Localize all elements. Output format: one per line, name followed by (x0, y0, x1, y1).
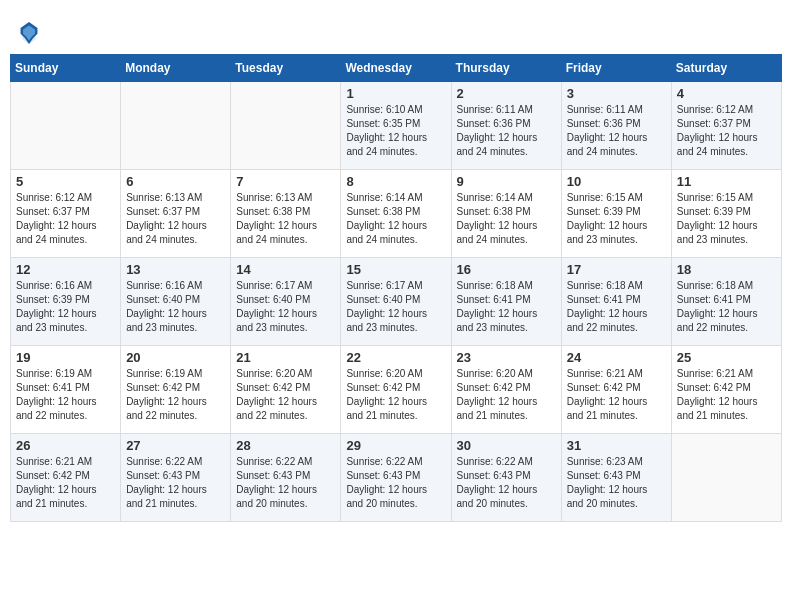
calendar-cell (671, 434, 781, 522)
day-number: 5 (16, 174, 115, 189)
day-info: Sunrise: 6:15 AMSunset: 6:39 PMDaylight:… (677, 191, 776, 247)
calendar-cell: 9Sunrise: 6:14 AMSunset: 6:38 PMDaylight… (451, 170, 561, 258)
day-number: 30 (457, 438, 556, 453)
day-info: Sunrise: 6:12 AMSunset: 6:37 PMDaylight:… (16, 191, 115, 247)
day-number: 15 (346, 262, 445, 277)
calendar-cell: 29Sunrise: 6:22 AMSunset: 6:43 PMDayligh… (341, 434, 451, 522)
logo (20, 20, 40, 44)
calendar-cell: 25Sunrise: 6:21 AMSunset: 6:42 PMDayligh… (671, 346, 781, 434)
day-number: 22 (346, 350, 445, 365)
day-number: 8 (346, 174, 445, 189)
calendar-cell: 7Sunrise: 6:13 AMSunset: 6:38 PMDaylight… (231, 170, 341, 258)
day-number: 3 (567, 86, 666, 101)
header-sunday: Sunday (11, 55, 121, 82)
page-header (10, 10, 782, 49)
header-thursday: Thursday (451, 55, 561, 82)
calendar-cell: 12Sunrise: 6:16 AMSunset: 6:39 PMDayligh… (11, 258, 121, 346)
calendar-cell: 24Sunrise: 6:21 AMSunset: 6:42 PMDayligh… (561, 346, 671, 434)
calendar-cell: 26Sunrise: 6:21 AMSunset: 6:42 PMDayligh… (11, 434, 121, 522)
day-info: Sunrise: 6:22 AMSunset: 6:43 PMDaylight:… (126, 455, 225, 511)
calendar-cell: 23Sunrise: 6:20 AMSunset: 6:42 PMDayligh… (451, 346, 561, 434)
day-number: 27 (126, 438, 225, 453)
day-number: 24 (567, 350, 666, 365)
calendar-cell: 27Sunrise: 6:22 AMSunset: 6:43 PMDayligh… (121, 434, 231, 522)
header-saturday: Saturday (671, 55, 781, 82)
day-info: Sunrise: 6:16 AMSunset: 6:40 PMDaylight:… (126, 279, 225, 335)
calendar-cell: 28Sunrise: 6:22 AMSunset: 6:43 PMDayligh… (231, 434, 341, 522)
header-tuesday: Tuesday (231, 55, 341, 82)
calendar-cell: 20Sunrise: 6:19 AMSunset: 6:42 PMDayligh… (121, 346, 231, 434)
header-friday: Friday (561, 55, 671, 82)
day-info: Sunrise: 6:22 AMSunset: 6:43 PMDaylight:… (236, 455, 335, 511)
header-monday: Monday (121, 55, 231, 82)
calendar-table: SundayMondayTuesdayWednesdayThursdayFrid… (10, 54, 782, 522)
day-info: Sunrise: 6:20 AMSunset: 6:42 PMDaylight:… (457, 367, 556, 423)
day-info: Sunrise: 6:19 AMSunset: 6:42 PMDaylight:… (126, 367, 225, 423)
day-number: 28 (236, 438, 335, 453)
day-info: Sunrise: 6:13 AMSunset: 6:37 PMDaylight:… (126, 191, 225, 247)
day-info: Sunrise: 6:15 AMSunset: 6:39 PMDaylight:… (567, 191, 666, 247)
calendar-cell: 30Sunrise: 6:22 AMSunset: 6:43 PMDayligh… (451, 434, 561, 522)
day-number: 4 (677, 86, 776, 101)
day-info: Sunrise: 6:22 AMSunset: 6:43 PMDaylight:… (346, 455, 445, 511)
calendar-cell: 14Sunrise: 6:17 AMSunset: 6:40 PMDayligh… (231, 258, 341, 346)
day-info: Sunrise: 6:11 AMSunset: 6:36 PMDaylight:… (567, 103, 666, 159)
calendar-cell (231, 82, 341, 170)
day-info: Sunrise: 6:21 AMSunset: 6:42 PMDaylight:… (16, 455, 115, 511)
week-row-5: 26Sunrise: 6:21 AMSunset: 6:42 PMDayligh… (11, 434, 782, 522)
week-row-2: 5Sunrise: 6:12 AMSunset: 6:37 PMDaylight… (11, 170, 782, 258)
calendar-cell (11, 82, 121, 170)
calendar-cell: 11Sunrise: 6:15 AMSunset: 6:39 PMDayligh… (671, 170, 781, 258)
day-info: Sunrise: 6:18 AMSunset: 6:41 PMDaylight:… (677, 279, 776, 335)
day-info: Sunrise: 6:17 AMSunset: 6:40 PMDaylight:… (346, 279, 445, 335)
day-number: 9 (457, 174, 556, 189)
day-number: 14 (236, 262, 335, 277)
day-number: 10 (567, 174, 666, 189)
calendar-cell: 5Sunrise: 6:12 AMSunset: 6:37 PMDaylight… (11, 170, 121, 258)
day-number: 26 (16, 438, 115, 453)
week-row-1: 1Sunrise: 6:10 AMSunset: 6:35 PMDaylight… (11, 82, 782, 170)
day-info: Sunrise: 6:18 AMSunset: 6:41 PMDaylight:… (567, 279, 666, 335)
day-number: 20 (126, 350, 225, 365)
calendar-cell: 15Sunrise: 6:17 AMSunset: 6:40 PMDayligh… (341, 258, 451, 346)
day-info: Sunrise: 6:21 AMSunset: 6:42 PMDaylight:… (567, 367, 666, 423)
day-info: Sunrise: 6:21 AMSunset: 6:42 PMDaylight:… (677, 367, 776, 423)
day-number: 19 (16, 350, 115, 365)
day-info: Sunrise: 6:16 AMSunset: 6:39 PMDaylight:… (16, 279, 115, 335)
day-info: Sunrise: 6:22 AMSunset: 6:43 PMDaylight:… (457, 455, 556, 511)
calendar-cell: 4Sunrise: 6:12 AMSunset: 6:37 PMDaylight… (671, 82, 781, 170)
day-number: 11 (677, 174, 776, 189)
day-info: Sunrise: 6:20 AMSunset: 6:42 PMDaylight:… (236, 367, 335, 423)
calendar-cell: 6Sunrise: 6:13 AMSunset: 6:37 PMDaylight… (121, 170, 231, 258)
calendar-cell: 22Sunrise: 6:20 AMSunset: 6:42 PMDayligh… (341, 346, 451, 434)
day-number: 6 (126, 174, 225, 189)
day-number: 18 (677, 262, 776, 277)
day-info: Sunrise: 6:20 AMSunset: 6:42 PMDaylight:… (346, 367, 445, 423)
calendar-cell: 17Sunrise: 6:18 AMSunset: 6:41 PMDayligh… (561, 258, 671, 346)
day-info: Sunrise: 6:19 AMSunset: 6:41 PMDaylight:… (16, 367, 115, 423)
day-info: Sunrise: 6:10 AMSunset: 6:35 PMDaylight:… (346, 103, 445, 159)
day-number: 31 (567, 438, 666, 453)
day-info: Sunrise: 6:13 AMSunset: 6:38 PMDaylight:… (236, 191, 335, 247)
day-info: Sunrise: 6:17 AMSunset: 6:40 PMDaylight:… (236, 279, 335, 335)
week-row-4: 19Sunrise: 6:19 AMSunset: 6:41 PMDayligh… (11, 346, 782, 434)
day-number: 16 (457, 262, 556, 277)
calendar-cell: 3Sunrise: 6:11 AMSunset: 6:36 PMDaylight… (561, 82, 671, 170)
day-info: Sunrise: 6:11 AMSunset: 6:36 PMDaylight:… (457, 103, 556, 159)
calendar-cell: 31Sunrise: 6:23 AMSunset: 6:43 PMDayligh… (561, 434, 671, 522)
day-info: Sunrise: 6:14 AMSunset: 6:38 PMDaylight:… (346, 191, 445, 247)
day-info: Sunrise: 6:23 AMSunset: 6:43 PMDaylight:… (567, 455, 666, 511)
header-wednesday: Wednesday (341, 55, 451, 82)
day-info: Sunrise: 6:12 AMSunset: 6:37 PMDaylight:… (677, 103, 776, 159)
calendar-cell: 18Sunrise: 6:18 AMSunset: 6:41 PMDayligh… (671, 258, 781, 346)
day-number: 7 (236, 174, 335, 189)
day-number: 1 (346, 86, 445, 101)
calendar-cell: 21Sunrise: 6:20 AMSunset: 6:42 PMDayligh… (231, 346, 341, 434)
calendar-cell: 16Sunrise: 6:18 AMSunset: 6:41 PMDayligh… (451, 258, 561, 346)
calendar-cell: 2Sunrise: 6:11 AMSunset: 6:36 PMDaylight… (451, 82, 561, 170)
day-number: 23 (457, 350, 556, 365)
weekday-header-row: SundayMondayTuesdayWednesdayThursdayFrid… (11, 55, 782, 82)
day-number: 21 (236, 350, 335, 365)
week-row-3: 12Sunrise: 6:16 AMSunset: 6:39 PMDayligh… (11, 258, 782, 346)
day-number: 25 (677, 350, 776, 365)
